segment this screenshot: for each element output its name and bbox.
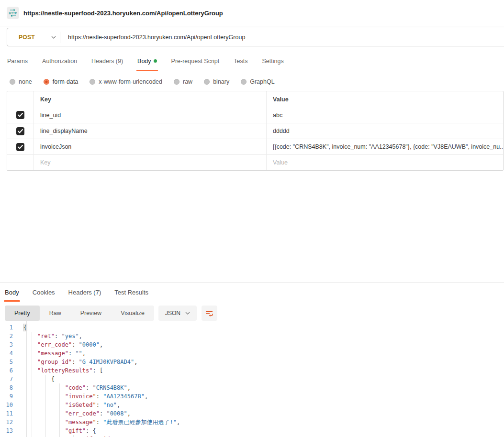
code-text: { — [20, 323, 27, 332]
tab-label: Body — [137, 58, 151, 65]
line-number: 6 — [0, 366, 20, 375]
line-number: 13 — [0, 426, 20, 435]
radio-icon — [10, 79, 15, 85]
tab-label: Settings — [262, 58, 283, 65]
line-number: 7 — [0, 375, 20, 383]
value-cell[interactable]: abc — [267, 107, 503, 123]
line-number: 10 — [0, 401, 20, 409]
header-checkbox-cell — [7, 91, 34, 107]
tab-label: Authorization — [42, 58, 77, 65]
chevron-down-icon — [51, 36, 56, 39]
table-row: invoiceJson[{code: "CRNS4B8K", invoice_n… — [7, 139, 503, 154]
radio-icon — [204, 79, 210, 85]
language-label: JSON — [165, 310, 180, 317]
code-line: 2 "ret": "yes", — [0, 332, 504, 340]
view-mode-raw[interactable]: Raw — [40, 306, 71, 321]
value-cell[interactable]: ddddd — [267, 123, 503, 139]
tab-settings[interactable]: Settings — [262, 58, 283, 71]
line-number: 5 — [0, 358, 20, 366]
radio-icon — [174, 79, 179, 85]
code-text: "message": "", — [20, 349, 86, 358]
body-mode-raw[interactable]: raw — [174, 78, 192, 85]
row-checkbox-cell — [7, 139, 34, 154]
key-cell[interactable]: line_uid — [34, 107, 267, 123]
table-row: line_displayNameddddd — [7, 123, 503, 139]
body-mode-label: raw — [183, 78, 192, 85]
key-cell[interactable]: line_displayName — [34, 123, 267, 139]
body-mode-binary[interactable]: binary — [204, 78, 229, 85]
line-number: 9 — [0, 392, 20, 401]
value-cell[interactable]: [{code: "CRNS4B8K", invoice_num: "AA1234… — [267, 139, 503, 154]
line-number: 1 — [0, 323, 20, 332]
tab-body[interactable]: Body — [137, 58, 157, 71]
url-input[interactable] — [68, 34, 504, 41]
view-mode-visualize[interactable]: Visualize — [111, 306, 154, 321]
key-cell[interactable]: invoiceJson — [34, 139, 267, 154]
tab-pre-request-script[interactable]: Pre-request Script — [171, 58, 220, 71]
response-tabs: BodyCookiesHeaders (7)Test Results — [0, 283, 504, 301]
indent-guide — [32, 332, 32, 437]
tab-label: Params — [7, 58, 28, 65]
response-toolbar: PrettyRawPreviewVisualize JSON — [5, 306, 504, 321]
tab-tests[interactable]: Tests — [234, 58, 247, 71]
method-selector[interactable]: POST — [7, 34, 60, 41]
code-text: "code": "CRNS4B8K", — [20, 383, 131, 392]
value-input-placeholder[interactable]: Value — [267, 155, 503, 170]
body-mode-form-data[interactable]: form-data — [44, 78, 78, 85]
response-tab-test-results[interactable]: Test Results — [114, 289, 148, 302]
body-mode-label: GraphQL — [250, 78, 274, 85]
code-text: "err_code": "0000", — [20, 340, 103, 349]
tab-authorization[interactable]: Authorization — [42, 58, 77, 71]
checkbox-checked-icon[interactable] — [16, 127, 24, 135]
line-number: 2 — [0, 332, 20, 340]
line-number: 11 — [0, 409, 20, 418]
response-tab-body[interactable]: Body — [5, 289, 19, 302]
row-checkbox-cell — [7, 107, 34, 123]
code-line: 1{ — [0, 323, 504, 332]
indent-guide — [73, 435, 74, 437]
tab-label: Pre-request Script — [171, 58, 220, 65]
line-number: 8 — [0, 383, 20, 392]
key-input-placeholder[interactable]: Key — [34, 155, 267, 170]
radio-icon — [90, 79, 95, 85]
code-line: 5 "group_id": "G_4IMJ0KVP8AD4", — [0, 358, 504, 366]
line-number: 4 — [0, 349, 20, 358]
code-text: "gift": { — [20, 426, 96, 435]
response-tab-cookies[interactable]: Cookies — [33, 289, 55, 302]
url-separator — [60, 32, 60, 43]
tab-headers-9-[interactable]: Headers (9) — [91, 58, 123, 71]
response-body-viewer: 1{2 "ret": "yes",3 "err_code": "0000",4 … — [0, 321, 504, 437]
response-tab-headers-7-[interactable]: Headers (7) — [68, 289, 101, 302]
wrap-text-button[interactable] — [202, 306, 217, 321]
radio-icon — [44, 79, 49, 85]
code-line: 9 "invoice": "AA12345678", — [0, 392, 504, 401]
language-dropdown[interactable]: JSON — [158, 306, 197, 321]
indent-guide — [45, 375, 46, 437]
body-mode-none[interactable]: none — [10, 78, 32, 85]
code-line: 3 "err_code": "0000", — [0, 340, 504, 349]
body-mode-x-www-form-urlencoded[interactable]: x-www-form-urlencoded — [90, 78, 162, 85]
body-mode-label: x-www-form-urlencoded — [99, 78, 162, 85]
code-line: 6 "lotteryResults": [ — [0, 366, 504, 375]
code-text: "group_id": "G_4IMJ0KVP8AD4", — [20, 358, 137, 366]
body-mode-selector: noneform-datax-www-form-urlencodedrawbin… — [0, 73, 504, 91]
code-line: 7 { — [0, 375, 504, 383]
radio-icon — [241, 79, 246, 85]
checkbox-checked-icon[interactable] — [16, 111, 24, 119]
tab-label: Tests — [234, 58, 247, 65]
code-text: "isGeted": "no", — [20, 401, 120, 409]
code-text: "message": "此發票已經參加使用過了!", — [20, 418, 180, 426]
wrap-text-icon — [205, 310, 213, 317]
view-mode-preview[interactable]: Preview — [71, 306, 111, 321]
tab-params[interactable]: Params — [7, 58, 28, 71]
code-line: 14 "gift_uid": "" — [0, 435, 504, 437]
view-mode-group: PrettyRawPreviewVisualize — [5, 306, 154, 321]
chevron-down-icon — [185, 312, 190, 315]
url-box: POST — [7, 28, 504, 46]
body-mode-graphql[interactable]: GraphQL — [241, 78, 274, 85]
view-mode-pretty[interactable]: Pretty — [5, 306, 40, 321]
checkbox-checked-icon[interactable] — [16, 143, 24, 151]
indent-guide — [59, 383, 60, 437]
value-column-header: Value — [267, 91, 503, 107]
body-mode-label: form-data — [53, 78, 78, 85]
